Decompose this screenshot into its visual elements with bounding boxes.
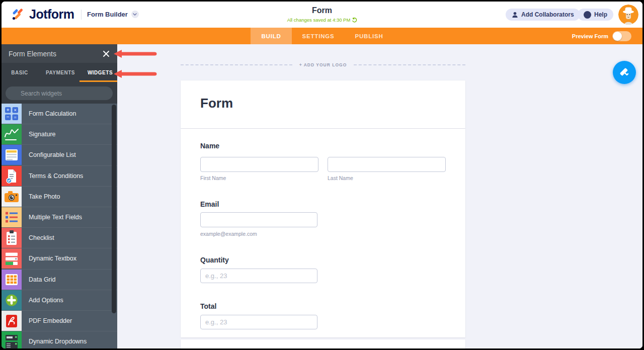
widget-item-form-calculation[interactable]: +×−=Form Calculation (2, 104, 117, 124)
help-label: Help (594, 11, 607, 18)
quantity-input[interactable] (200, 269, 317, 283)
svg-text:+: + (7, 107, 10, 113)
widget-item-take-photo[interactable]: Take Photo (2, 187, 117, 207)
widget-item-label: Take Photo (22, 193, 60, 200)
panel-title: Form Elements (9, 50, 102, 58)
paint-roller-icon (618, 66, 630, 78)
svg-text:×: × (14, 108, 17, 113)
form-footer-card[interactable] (181, 339, 465, 350)
quantity-field-label[interactable]: Quantity (200, 256, 229, 264)
close-icon[interactable] (102, 50, 110, 58)
add-collaborators-label: Add Collaborators (521, 11, 574, 18)
page-title[interactable]: Form (287, 6, 357, 15)
widget-item-data-grid[interactable]: Data Grid (2, 270, 117, 290)
widget-item-label: Terms & Conditions (22, 172, 83, 180)
annotation-arrow-close (113, 49, 157, 58)
form-designer-button[interactable] (613, 61, 636, 84)
first-name-input[interactable] (200, 157, 318, 172)
form-elements-panel: Form Elements BASIC PAYMENTS WIDGETS +×−… (2, 44, 117, 348)
dashed-line-left (181, 64, 292, 65)
widget-item-label: Configurable List (22, 151, 76, 158)
build-toolbar: BUILD SETTINGS PUBLISH Preview Form (2, 28, 642, 44)
camera-icon (2, 187, 22, 207)
form-heading-card[interactable]: Form (181, 80, 465, 128)
save-status-text: All changes saved at 4:30 PM (287, 17, 351, 23)
text-lines-icon (2, 207, 22, 227)
question-mark-icon: ? (584, 11, 591, 19)
jotform-logo-icon (11, 8, 25, 22)
svg-text:=: = (14, 115, 17, 120)
widget-item-signature[interactable]: Signature (2, 124, 117, 145)
email-input[interactable] (200, 212, 317, 227)
first-name-sublabel: First Name (200, 175, 226, 181)
name-field-label[interactable]: Name (200, 142, 219, 150)
widget-item-label: Checklist (22, 234, 54, 241)
widget-item-dynamic-textbox[interactable]: Dynamic Textbox (2, 248, 117, 269)
tab-settings[interactable]: SETTINGS (292, 28, 345, 44)
form-builder-menu[interactable]: Form Builder (87, 11, 139, 18)
chevron-down-icon (131, 11, 139, 18)
toggle-knob (613, 32, 622, 41)
dropdown-list-icon (2, 331, 22, 348)
clipboard-icon (2, 228, 22, 248)
plus-circle-icon (2, 290, 22, 310)
widget-item-dynamic-dropdowns[interactable]: Dynamic Dropdowns (2, 331, 117, 348)
header-divider (81, 10, 82, 20)
panel-tabs: BASIC PAYMENTS WIDGETS (2, 63, 117, 82)
sidebar-scrollbar[interactable] (112, 105, 116, 313)
pdf-icon (2, 311, 22, 331)
widget-item-label: Data Grid (22, 276, 56, 283)
tab-basic[interactable]: BASIC (2, 70, 38, 75)
tab-payments[interactable]: PAYMENTS (38, 70, 83, 75)
document-check-icon (2, 166, 22, 186)
table-list-icon (2, 145, 22, 165)
help-button[interactable]: ? Help (578, 9, 613, 21)
svg-text:−: − (7, 114, 10, 120)
tab-widgets[interactable]: WIDGETS (83, 70, 117, 75)
user-avatar[interactable] (618, 5, 638, 25)
search-row (2, 82, 117, 104)
widget-item-multiple-text-fields[interactable]: Multiple Text Fields (2, 207, 117, 228)
widget-item-add-options[interactable]: Add Options (2, 290, 117, 311)
app-window: Jotform Form Builder Form All changes sa… (0, 0, 644, 350)
last-name-sublabel: Last Name (328, 175, 353, 181)
avatar-image (618, 5, 638, 25)
form-builder-label: Form Builder (87, 11, 128, 18)
form-canvas: + ADD YOUR LOGO Form Name First Name Las… (117, 44, 642, 348)
widget-item-label: Signature (22, 131, 56, 138)
tab-publish[interactable]: PUBLISH (345, 28, 393, 44)
preview-form-toggle[interactable] (612, 31, 631, 41)
widget-item-label: Dynamic Dropdowns (22, 338, 87, 345)
widget-item-label: PDF Embedder (22, 317, 72, 324)
calculator-icon: +×−= (2, 104, 22, 124)
last-name-input[interactable] (328, 157, 446, 172)
annotation-arrow-widgets (113, 69, 157, 78)
total-input[interactable] (200, 315, 317, 329)
widget-item-configurable-list[interactable]: Configurable List (2, 145, 117, 165)
add-logo-label[interactable]: + ADD YOUR LOGO (292, 62, 354, 67)
widget-item-checklist[interactable]: Checklist (2, 228, 117, 248)
logo-text: Jotform (29, 7, 74, 22)
person-icon (512, 12, 518, 18)
form-fields-card[interactable]: Name First Name Last Name Email example@… (181, 129, 465, 337)
tab-build[interactable]: BUILD (251, 28, 292, 44)
jotform-logo[interactable]: Jotform (11, 7, 74, 22)
widget-item-label: Form Calculation (22, 110, 76, 117)
search-input[interactable] (6, 86, 113, 100)
add-logo-area[interactable]: + ADD YOUR LOGO (181, 61, 465, 69)
widget-item-pdf-embedder[interactable]: PDF Embedder (2, 311, 117, 331)
preview-form-label: Preview Form (572, 33, 608, 39)
form-heading[interactable]: Form (200, 96, 233, 111)
grid-icon (2, 270, 22, 290)
panel-header: Form Elements (2, 44, 117, 63)
total-field-label[interactable]: Total (200, 302, 216, 310)
widget-list: +×−=Form CalculationSignatureConfigurabl… (2, 104, 117, 348)
widget-item-terms-conditions[interactable]: Terms & Conditions (2, 166, 117, 187)
email-field-label[interactable]: Email (200, 200, 219, 208)
save-status: All changes saved at 4:30 PM (287, 17, 357, 23)
email-sublabel: example@example.com (200, 231, 257, 237)
dashed-line-right (354, 64, 465, 65)
add-collaborators-button[interactable]: Add Collaborators (506, 9, 580, 21)
revision-history-icon[interactable] (352, 18, 357, 23)
top-header: Jotform Form Builder Form All changes sa… (2, 2, 642, 28)
